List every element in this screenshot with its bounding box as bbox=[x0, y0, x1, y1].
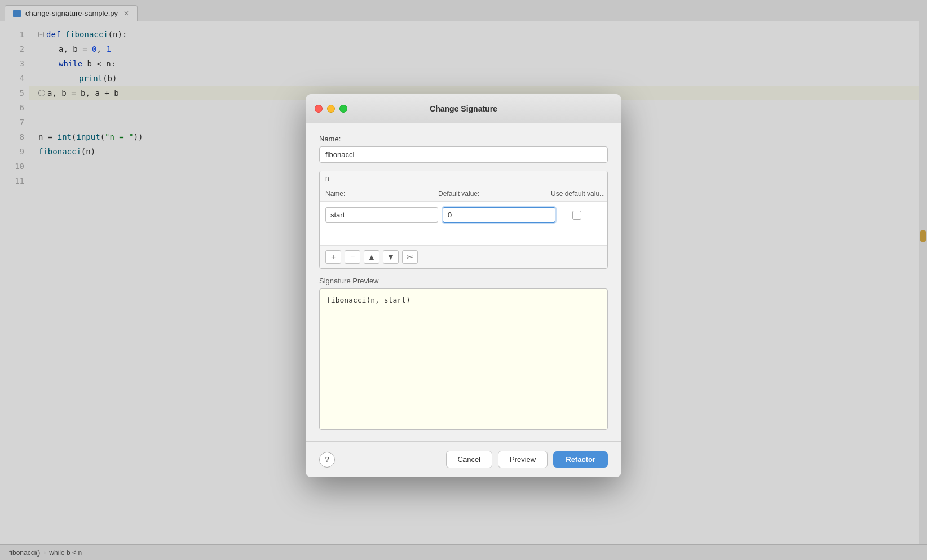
refactor-button[interactable]: Refactor bbox=[553, 451, 608, 468]
sig-preview-box: fibonacci(n, start) bbox=[319, 288, 608, 430]
dialog-footer: ? Cancel Preview Refactor bbox=[306, 441, 621, 477]
dialog-maximize-button[interactable] bbox=[339, 105, 347, 113]
sig-preview-section: Signature Preview fibonacci(n, start) bbox=[319, 277, 608, 430]
use-default-checkbox[interactable] bbox=[572, 211, 581, 220]
dialog-close-button[interactable] bbox=[315, 105, 323, 113]
titlebar-buttons bbox=[315, 105, 347, 113]
dialog-body: Name: n Name: Default value: Use default… bbox=[306, 123, 621, 441]
param-default-input[interactable] bbox=[443, 207, 555, 223]
cancel-button[interactable]: Cancel bbox=[446, 451, 492, 468]
preview-button[interactable]: Preview bbox=[498, 451, 548, 468]
param-col-headers: Name: Default value: Use default valu... bbox=[320, 186, 607, 202]
param-fields-row bbox=[320, 202, 607, 228]
empty-param-row bbox=[320, 228, 607, 245]
name-label: Name: bbox=[319, 135, 608, 143]
col-header-default: Default value: bbox=[438, 190, 551, 198]
params-panel: n Name: Default value: Use default valu.… bbox=[319, 171, 608, 269]
dialog-title: Change Signature bbox=[430, 104, 497, 113]
sig-preview-label: Signature Preview bbox=[319, 277, 608, 285]
param-section-header: n bbox=[320, 171, 607, 186]
use-default-checkbox-area bbox=[560, 211, 594, 220]
move-down-button[interactable]: ▼ bbox=[383, 250, 399, 264]
param-section-title: n bbox=[325, 175, 329, 183]
split-button[interactable]: ✂ bbox=[402, 250, 418, 264]
modal-overlay: Change Signature Name: n Name: Default v… bbox=[0, 0, 927, 560]
name-input[interactable] bbox=[319, 146, 608, 163]
help-button[interactable]: ? bbox=[319, 452, 335, 468]
remove-param-button[interactable]: − bbox=[345, 250, 360, 264]
param-toolbar: + − ▲ ▼ ✂ bbox=[320, 245, 607, 268]
help-icon: ? bbox=[325, 455, 329, 464]
change-signature-dialog: Change Signature Name: n Name: Default v… bbox=[306, 94, 621, 477]
dialog-titlebar: Change Signature bbox=[306, 94, 621, 123]
col-header-name: Name: bbox=[325, 190, 438, 198]
param-name-input[interactable] bbox=[325, 207, 438, 223]
add-param-button[interactable]: + bbox=[325, 250, 341, 264]
name-field-section: Name: bbox=[319, 135, 608, 163]
col-header-use-default: Use default valu... bbox=[551, 190, 607, 198]
dialog-minimize-button[interactable] bbox=[327, 105, 335, 113]
move-up-button[interactable]: ▲ bbox=[364, 250, 379, 264]
